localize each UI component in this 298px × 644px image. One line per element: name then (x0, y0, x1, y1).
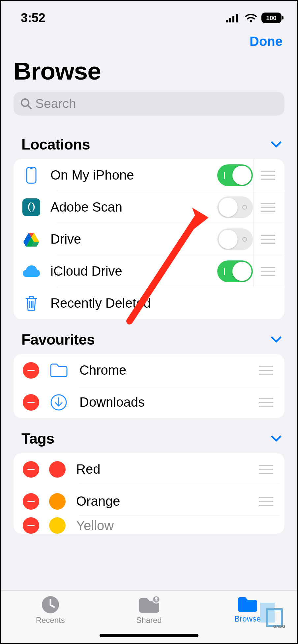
tag-label: Red (66, 462, 252, 477)
svg-line-9 (28, 106, 31, 109)
tag-row-red: Red (14, 453, 284, 485)
favourite-row-chrome: Chrome (14, 354, 284, 386)
download-icon (47, 394, 70, 411)
section-header-favourites[interactable]: Favourites (1, 319, 297, 354)
svg-rect-3 (236, 14, 238, 22)
reorder-handle-icon[interactable] (258, 397, 274, 408)
svg-text:GADG: GADG (273, 624, 285, 628)
chevron-down-icon (271, 336, 282, 343)
tab-label: Shared (136, 616, 162, 625)
section-title: Locations (21, 136, 90, 153)
reorder-handle-icon[interactable] (260, 170, 276, 181)
toggle-icloud-drive[interactable] (217, 260, 253, 282)
location-label: iCloud Drive (41, 264, 217, 279)
favourite-label: Chrome (70, 363, 252, 378)
svg-rect-0 (226, 20, 228, 22)
favourite-label: Downloads (70, 395, 252, 410)
cellular-icon (226, 13, 240, 22)
home-indicator (100, 634, 198, 637)
location-label: Adobe Scan (41, 200, 217, 215)
wifi-icon (244, 13, 257, 22)
favourite-row-downloads: Downloads (14, 386, 284, 418)
iphone-icon (21, 167, 41, 184)
section-title: Tags (21, 430, 54, 447)
reorder-handle-icon[interactable] (258, 496, 274, 507)
page-title: Browse (1, 55, 297, 88)
folder-icon (47, 363, 70, 378)
tag-label: Yellow (66, 518, 281, 533)
favourites-list: Chrome Downloads (14, 354, 284, 418)
reorder-handle-icon[interactable] (258, 464, 274, 475)
done-button[interactable]: Done (250, 34, 283, 49)
svg-rect-7 (282, 16, 283, 19)
tag-label: Orange (66, 494, 252, 509)
locations-list: On My iPhone Adobe Scan (14, 159, 284, 319)
tag-color-dot (49, 493, 66, 510)
svg-rect-1 (229, 18, 231, 22)
reorder-handle-icon[interactable] (260, 202, 276, 213)
delete-button[interactable] (23, 517, 39, 534)
icloud-icon (21, 265, 41, 278)
search-input[interactable] (35, 96, 278, 111)
svg-text:100: 100 (266, 15, 277, 21)
svg-point-52 (155, 597, 158, 600)
location-row-recently-deleted[interactable]: Recently Deleted (14, 287, 284, 319)
reorder-handle-icon[interactable] (260, 266, 276, 277)
toggle-adobe-scan[interactable] (217, 196, 253, 218)
reorder-handle-icon[interactable] (260, 234, 276, 245)
reorder-handle-icon[interactable] (258, 365, 274, 376)
toggle-on-my-iphone[interactable] (217, 164, 253, 186)
search-field[interactable] (14, 92, 284, 116)
section-header-tags[interactable]: Tags (1, 418, 297, 453)
search-icon (20, 98, 32, 110)
tag-color-dot (49, 517, 66, 534)
google-drive-icon (21, 232, 41, 247)
status-bar: 3:52 100 (1, 1, 297, 31)
location-row-icloud-drive: iCloud Drive (14, 255, 284, 287)
svg-rect-2 (232, 16, 234, 22)
tab-shared[interactable]: Shared (100, 595, 198, 625)
tag-row-orange: Orange (14, 485, 284, 517)
chevron-down-icon (271, 435, 282, 442)
delete-button[interactable] (23, 493, 39, 510)
location-label: On My iPhone (41, 168, 217, 183)
location-row-drive: Drive (14, 223, 284, 255)
location-label: Drive (41, 232, 217, 247)
tab-label: Recents (36, 616, 65, 625)
toggle-drive[interactable] (217, 228, 253, 250)
tag-color-dot (49, 461, 66, 478)
location-row-adobe-scan: Adobe Scan (14, 191, 284, 223)
location-label: Recently Deleted (41, 296, 283, 311)
status-time: 3:52 (21, 11, 45, 25)
tags-list: Red Orange (14, 453, 284, 534)
delete-button[interactable] (23, 461, 39, 478)
svg-rect-15 (22, 198, 40, 216)
trash-icon (21, 295, 41, 312)
delete-button[interactable] (23, 362, 39, 379)
svg-point-4 (250, 20, 252, 22)
section-header-locations[interactable]: Locations (1, 124, 297, 159)
tag-row-yellow: Yellow (14, 517, 284, 534)
watermark-icon: GADG (257, 599, 286, 628)
delete-button[interactable] (23, 394, 39, 411)
section-title: Favourites (21, 331, 95, 348)
svg-rect-10 (27, 167, 36, 183)
chevron-down-icon (271, 141, 282, 148)
tab-recents[interactable]: Recents (2, 595, 99, 625)
location-row-on-my-iphone: On My iPhone (14, 159, 284, 191)
nav-bar: Done (1, 31, 297, 55)
svg-rect-11 (30, 168, 33, 169)
adobe-scan-icon (21, 198, 41, 216)
battery-icon: 100 (261, 13, 284, 23)
